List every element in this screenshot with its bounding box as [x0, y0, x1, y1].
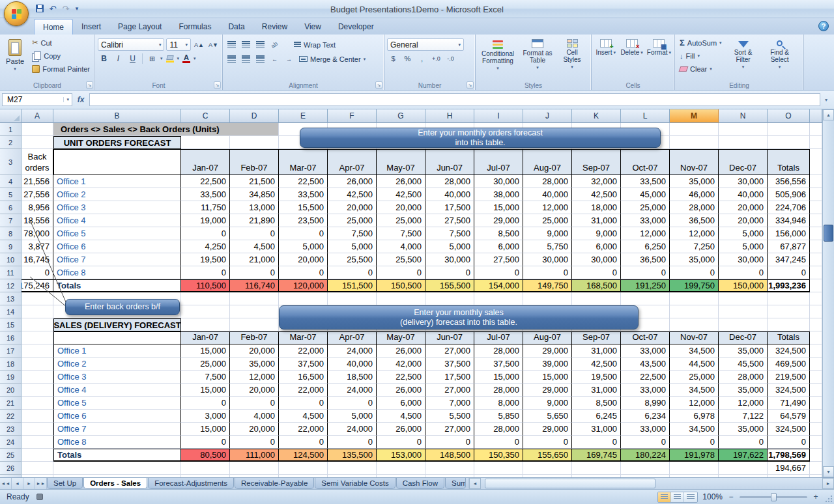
cell-F19[interactable]: 18,500	[328, 371, 377, 384]
cell-F7[interactable]: 25,000	[328, 214, 377, 227]
cell-M9[interactable]: 7,250	[670, 240, 719, 253]
fill-color-button[interactable]	[165, 53, 175, 64]
cell-I20[interactable]: 28,000	[474, 384, 523, 397]
sales-row-total-row19[interactable]: 219,500	[768, 371, 810, 384]
cell-C5[interactable]: 33,500	[181, 188, 230, 201]
cell-G23[interactable]: 26,000	[377, 423, 425, 436]
cell-I8[interactable]: 8,500	[474, 227, 523, 240]
cell-G18[interactable]: 42,000	[377, 357, 425, 371]
cell-I19[interactable]: 15,000	[474, 371, 523, 384]
sales-row-total-row24[interactable]: 0	[768, 436, 810, 449]
cell-N21[interactable]: 12,000	[719, 397, 768, 410]
cell-I22[interactable]: 5,850	[474, 410, 523, 423]
sheet-tab-cash-flow[interactable]: Cash Flow	[396, 478, 444, 489]
column-header-H[interactable]: H	[425, 109, 474, 123]
font-color-button[interactable]: A	[181, 53, 192, 64]
cell-O1[interactable]	[768, 123, 810, 136]
sales-month-header-Nov-07[interactable]: Nov-07	[670, 331, 719, 344]
cell-J9[interactable]: 5,750	[523, 240, 572, 253]
cell-A23[interactable]	[22, 423, 53, 436]
back-orders-callout[interactable]: Enter back orders b/f	[65, 299, 180, 315]
cell-M8[interactable]: 12,000	[670, 227, 719, 240]
orientation-button[interactable]: ab	[268, 39, 281, 51]
cell-P6[interactable]	[810, 201, 822, 214]
vertical-scrollbar[interactable]: ▲ ▼	[822, 109, 834, 477]
column-header-D[interactable]: D	[230, 109, 279, 123]
cell-E20[interactable]: 22,000	[279, 384, 328, 397]
font-dialog-launcher[interactable]: ↘	[214, 81, 221, 89]
orders-monthly-total-May-07[interactable]: 150,500	[377, 279, 425, 292]
sales-month-header-Apr-07[interactable]: Apr-07	[328, 331, 377, 344]
sales-office-label-row17[interactable]: Office 1	[53, 344, 181, 357]
cell-P22[interactable]	[810, 410, 822, 423]
cell-M[interactable]	[670, 462, 719, 475]
cell-G9[interactable]: 4,000	[377, 240, 425, 253]
row-header-9[interactable]: 9	[0, 240, 22, 253]
cell-H21[interactable]: 7,000	[425, 397, 474, 410]
cell-D11[interactable]: 0	[230, 266, 279, 279]
cell-M19[interactable]: 25,000	[670, 371, 719, 384]
cell-J23[interactable]: 29,000	[523, 423, 572, 436]
sales-callout[interactable]: Enter your monthly sales (delivery) fore…	[279, 305, 639, 329]
qat-customize-icon[interactable]: ▾	[73, 3, 81, 14]
sales-monthly-total-Dec-07[interactable]: 197,622	[719, 449, 768, 462]
cell-K24[interactable]: 0	[572, 436, 621, 449]
align-middle-button[interactable]	[240, 39, 252, 51]
cell-D23[interactable]: 20,000	[230, 423, 279, 436]
orders-month-header-Apr-07[interactable]: Apr-07	[328, 149, 377, 175]
sales-office-label-row22[interactable]: Office 6	[53, 410, 181, 423]
cell-A22[interactable]	[22, 410, 53, 423]
cell-H[interactable]	[425, 292, 474, 305]
cell-A25[interactable]	[22, 449, 53, 462]
cell-N4[interactable]: 30,000	[719, 175, 768, 188]
zoom-slider-thumb[interactable]	[771, 493, 777, 501]
row-header-22[interactable]: 22	[0, 410, 22, 423]
cell-J11[interactable]: 0	[523, 266, 572, 279]
name-box[interactable]: M27 ▾	[2, 93, 72, 106]
sales-row-total-row23[interactable]: 324,500	[768, 423, 810, 436]
cell-I[interactable]	[474, 292, 523, 305]
orders-grand-total[interactable]: 1,993,236	[768, 279, 810, 292]
cell-C22[interactable]: 3,000	[181, 410, 230, 423]
cell-A[interactable]	[22, 318, 53, 331]
cell-I10[interactable]: 27,500	[474, 253, 523, 266]
sales-office-label-row18[interactable]: Office 2	[53, 357, 181, 371]
office-button[interactable]	[4, 1, 29, 26]
number-format-select[interactable]: General ▾	[387, 38, 464, 51]
cell-L23[interactable]: 33,000	[621, 423, 670, 436]
zoom-level[interactable]: 100%	[702, 492, 723, 501]
scroll-down-icon[interactable]: ▼	[823, 466, 834, 477]
cell-L10[interactable]: 36,500	[621, 253, 670, 266]
cell-N22[interactable]: 7,122	[719, 410, 768, 423]
cell-M[interactable]	[670, 318, 719, 331]
cell-P7[interactable]	[810, 214, 822, 227]
cell-M24[interactable]: 0	[670, 436, 719, 449]
tab-ins-rt[interactable]: Insеrt	[73, 20, 109, 35]
wrap-text-button[interactable]: Wrap Text	[292, 38, 338, 51]
save-button[interactable]	[34, 3, 46, 14]
sales-row-total-row21[interactable]: 71,490	[768, 397, 810, 410]
sales-month-header-Jul-07[interactable]: Jul-07	[474, 331, 523, 344]
cell-C18[interactable]: 25,000	[181, 357, 230, 371]
cell-C23[interactable]: 15,000	[181, 423, 230, 436]
cell-P18[interactable]	[810, 357, 822, 371]
autosum-button[interactable]: Σ AutoSum ▾	[678, 36, 724, 49]
cell-L[interactable]	[621, 292, 670, 305]
sales-monthly-total-Nov-07[interactable]: 191,978	[670, 449, 719, 462]
row-header-7[interactable]: 7	[0, 214, 22, 227]
borders-button[interactable]: ⊞	[146, 53, 158, 64]
cell-I21[interactable]: 8,000	[474, 397, 523, 410]
cell-B3[interactable]	[53, 149, 181, 175]
cell-E18[interactable]: 37,500	[279, 357, 328, 371]
cell-G6[interactable]: 20,000	[377, 201, 425, 214]
column-header-K[interactable]: K	[572, 109, 621, 123]
zoom-in-button[interactable]: +	[812, 492, 820, 501]
cell-H7[interactable]: 27,500	[425, 214, 474, 227]
cell-F11[interactable]: 0	[328, 266, 377, 279]
sales-month-header-Jan-07[interactable]: Jan-07	[181, 331, 230, 344]
cell-H4[interactable]: 28,000	[425, 175, 474, 188]
cell-N5[interactable]: 40,000	[719, 188, 768, 201]
row-header-16[interactable]: 16	[0, 331, 22, 344]
format-cells-button[interactable]: ▦ Format ▾	[646, 36, 672, 57]
orders-month-header-Jun-07[interactable]: Jun-07	[425, 149, 474, 175]
